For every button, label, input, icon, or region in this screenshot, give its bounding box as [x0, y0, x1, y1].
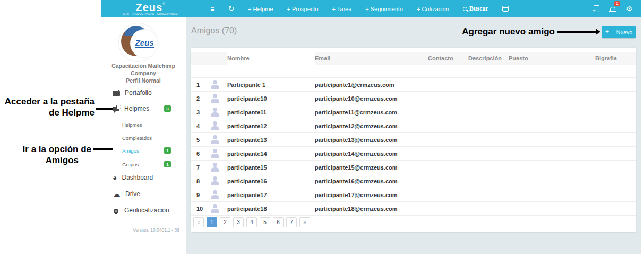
navbar-item-tarea[interactable]: + Tarea — [332, 6, 351, 12]
search-button[interactable]: Buscar — [463, 5, 488, 13]
row-email: participante13@crmzeus.com — [315, 137, 428, 143]
sidebar-subitem-helpmes[interactable]: Helpmes — [122, 120, 172, 129]
new-button-label: Nuevo — [613, 29, 636, 36]
table-row[interactable]: 10 participante18 participante18@crmzeus… — [191, 202, 636, 216]
pagination-next[interactable]: » — [299, 217, 310, 227]
table-row[interactable]: 6 participante14 participante14@crmzeus.… — [191, 147, 636, 161]
row-name: participante18 — [227, 206, 315, 212]
pagination-page-4[interactable]: 4 — [246, 217, 257, 227]
column-header-puesto[interactable]: Puesto — [509, 55, 595, 61]
pie-chart-icon: ◕ — [113, 174, 117, 181]
page-title: Amigos (70) — [191, 26, 237, 36]
column-header-nombre[interactable]: Nombre — [227, 52, 315, 65]
sidebar-item-portafolio[interactable]: Portafolio — [113, 87, 172, 98]
pagination-page-3[interactable]: 3 — [233, 217, 244, 227]
row-number: 2 — [191, 95, 210, 102]
hamburger-menu-icon[interactable]: ≡ — [210, 5, 214, 13]
table-row[interactable]: 9 participante17 participante17@crmzeus.… — [191, 188, 636, 202]
sidebar-item-geolocalizacion[interactable]: Geolocalización — [113, 205, 172, 216]
calendar-icon[interactable] — [502, 6, 509, 12]
chat-bubbles-icon — [113, 107, 119, 111]
row-email: participante1@crmzeus.com — [315, 82, 428, 88]
refresh-icon[interactable]: ↻ — [228, 5, 234, 12]
sidebar-item-helpmes[interactable]: Helpmes — [113, 103, 172, 114]
top-navbar: Zeus® CRM - PRODUCTIVIDAD - CONECTIVIDAD… — [101, 0, 641, 17]
sidebar-item-label: Dashboard — [122, 174, 153, 181]
pagination-page-7[interactable]: 7 — [286, 217, 297, 227]
table-row[interactable]: 5 participante13 participante13@crmzeus.… — [191, 133, 636, 147]
row-number: 5 — [191, 137, 210, 143]
annotation-amigos-line — [93, 148, 113, 150]
row-name: participante12 — [227, 123, 315, 129]
annotation-add-friend: Agregar nuevo amigo — [443, 26, 555, 37]
row-number: 7 — [191, 164, 210, 171]
sidebar-item-label: Portafolio — [125, 89, 152, 96]
zeus-logo-text: Zeus — [135, 2, 162, 13]
table-row[interactable]: 7 participante15 participante15@crmzeus.… — [191, 161, 636, 174]
map-pin-icon — [113, 208, 119, 215]
row-name: participante15 — [227, 164, 315, 171]
pagination-page-2[interactable]: 2 — [220, 217, 230, 227]
pagination-page-6[interactable]: 6 — [273, 217, 284, 227]
column-header-contacto[interactable]: Contacto — [428, 55, 468, 61]
column-header-descripcion[interactable]: Descripción — [468, 55, 509, 61]
sidebar-item-dashboard[interactable]: ◕ Dashboard — [113, 172, 172, 183]
company-name: Capacitación Mailchimp Company Perfil No… — [101, 62, 186, 84]
helpmes-count-badge: 3 — [164, 105, 171, 112]
row-number: 8 — [191, 178, 210, 184]
wrench-icon[interactable]: ⚙ — [626, 5, 632, 12]
pagination-page-5[interactable]: 5 — [260, 217, 270, 227]
pagination: « 1 2 3 4 5 6 7 » — [193, 217, 310, 227]
annotation-helpme-line2: de Helpme — [0, 107, 95, 118]
table-header-row: Nombre Email Contacto Descripción Puesto… — [191, 52, 636, 65]
row-name: participante17 — [227, 192, 315, 198]
user-avatar-icon — [210, 163, 220, 172]
plus-icon: + — [602, 26, 613, 38]
row-email: participante11@crmzeus.com — [315, 109, 428, 116]
user-avatar-icon — [210, 204, 220, 214]
navbar-item-prospecto[interactable]: + Prospecto — [287, 6, 318, 12]
table-row[interactable]: 2 participante10 participante10@crmzeus.… — [191, 92, 636, 105]
annotation-add-friend-arrowhead — [596, 29, 600, 35]
row-email: participante18@crmzeus.com — [315, 206, 428, 212]
sidebar-subitem-completados[interactable]: Completados — [122, 134, 172, 142]
row-name: participante14 — [227, 150, 315, 157]
table-row[interactable]: 4 participante12 participante12@crmzeus.… — [191, 119, 636, 133]
sidebar-item-drive[interactable]: ☁ Drive — [113, 189, 172, 199]
navbar-item-seguimiento[interactable]: + Seguimiento — [365, 6, 403, 12]
sidebar-item-label: Geolocalización — [124, 207, 169, 214]
bell-icon — [610, 7, 615, 12]
navbar-menu: ≡ ↻ + Helpme + Prospecto + Tarea + Segui… — [210, 5, 509, 13]
search-icon — [463, 7, 467, 11]
row-email: participante14@crmzeus.com — [315, 150, 428, 157]
zeus-logo[interactable]: Zeus® CRM - PRODUCTIVIDAD - CONECTIVIDAD — [121, 2, 179, 16]
company-avatar[interactable]: Zeus — [119, 23, 157, 61]
navbar-item-helpme[interactable]: + Helpme — [248, 6, 273, 12]
user-avatar-icon — [210, 121, 220, 131]
navbar-item-cotizacion[interactable]: + Cotización — [417, 6, 449, 12]
logout-icon[interactable] — [594, 5, 599, 12]
user-avatar-icon — [210, 94, 220, 103]
annotation-amigos-line2: Amigos — [0, 155, 91, 166]
notifications-badge: 1 — [614, 1, 620, 6]
sidebar-subitem-label: Helpmes — [122, 122, 142, 128]
table-row[interactable]: 3 participante11 participante11@crmzeus.… — [191, 105, 636, 119]
sidebar-subitem-label: Amigos — [122, 148, 139, 154]
annotation-amigos-option: Ir a la opción de Amigos — [0, 144, 91, 166]
pagination-page-1[interactable]: 1 — [207, 217, 217, 227]
user-avatar-icon — [210, 135, 220, 145]
row-email: participante10@crmzeus.com — [315, 95, 428, 102]
new-friend-button[interactable]: + Nuevo — [602, 26, 636, 38]
row-name: participante11 — [227, 109, 315, 116]
version-label: Versión: 10.0401.1 - 36 — [133, 227, 179, 233]
notifications-button[interactable]: 1 — [610, 4, 615, 14]
pagination-prev[interactable]: « — [193, 217, 204, 227]
table-row[interactable]: 8 participante16 participante16@crmzeus.… — [191, 174, 636, 188]
column-header-email[interactable]: Email — [315, 55, 428, 61]
column-header-bigrafia[interactable]: Bigrafia — [595, 55, 636, 61]
table-row[interactable]: 1 Participante 1 participante1@crmzeus.c… — [191, 78, 636, 92]
row-name: Participante 1 — [227, 82, 315, 88]
cloud-icon: ☁ — [113, 190, 121, 198]
sidebar: Zeus Capacitación Mailchimp Company Perf… — [101, 17, 186, 257]
zeus-disc-text: Zeus — [135, 39, 153, 49]
